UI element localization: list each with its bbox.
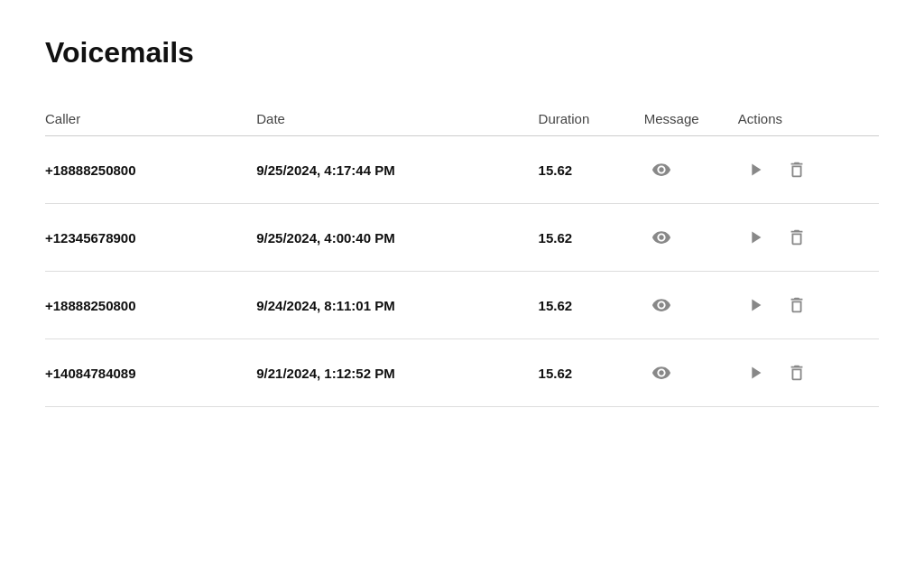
play-button[interactable] <box>738 224 772 251</box>
column-header-date: Date <box>256 102 538 136</box>
cell-message <box>644 339 738 407</box>
cell-caller: +12345678900 <box>45 204 256 272</box>
cell-caller: +14084784089 <box>45 339 256 407</box>
delete-button[interactable] <box>780 156 814 183</box>
cell-actions <box>738 272 879 339</box>
delete-button[interactable] <box>780 292 814 319</box>
cell-date: 9/25/2024, 4:00:40 PM <box>256 204 538 272</box>
cell-message <box>644 204 738 272</box>
cell-duration: 15.62 <box>539 136 644 204</box>
cell-date: 9/25/2024, 4:17:44 PM <box>256 136 538 204</box>
cell-caller: +18888250800 <box>45 136 256 204</box>
cell-actions <box>738 136 879 204</box>
cell-date: 9/24/2024, 8:11:01 PM <box>256 272 538 339</box>
cell-message <box>644 272 738 339</box>
play-button[interactable] <box>738 156 772 183</box>
delete-button[interactable] <box>780 224 814 251</box>
cell-caller: +18888250800 <box>45 272 256 339</box>
play-button[interactable] <box>738 359 772 386</box>
delete-button[interactable] <box>780 359 814 386</box>
cell-duration: 15.62 <box>539 339 644 407</box>
voicemail-table: Caller Date Duration Message Actions +18… <box>45 102 879 407</box>
cell-duration: 15.62 <box>539 204 644 272</box>
cell-date: 9/21/2024, 1:12:52 PM <box>256 339 538 407</box>
view-message-button[interactable] <box>644 224 679 251</box>
table-row: +18888250800 9/24/2024, 8:11:01 PM 15.62 <box>45 272 879 339</box>
play-button[interactable] <box>738 292 772 319</box>
cell-actions <box>738 204 879 272</box>
column-header-caller: Caller <box>45 102 256 136</box>
view-message-button[interactable] <box>644 156 679 183</box>
cell-duration: 15.62 <box>539 272 644 339</box>
column-header-actions: Actions <box>738 102 879 136</box>
table-row: +14084784089 9/21/2024, 1:12:52 PM 15.62 <box>45 339 879 407</box>
cell-message <box>644 136 738 204</box>
column-header-message: Message <box>644 102 738 136</box>
column-header-duration: Duration <box>539 102 644 136</box>
view-message-button[interactable] <box>644 292 679 319</box>
view-message-button[interactable] <box>644 359 679 386</box>
table-row: +18888250800 9/25/2024, 4:17:44 PM 15.62 <box>45 136 879 204</box>
page-title: Voicemails <box>45 36 879 70</box>
table-row: +12345678900 9/25/2024, 4:00:40 PM 15.62 <box>45 204 879 272</box>
cell-actions <box>738 339 879 407</box>
